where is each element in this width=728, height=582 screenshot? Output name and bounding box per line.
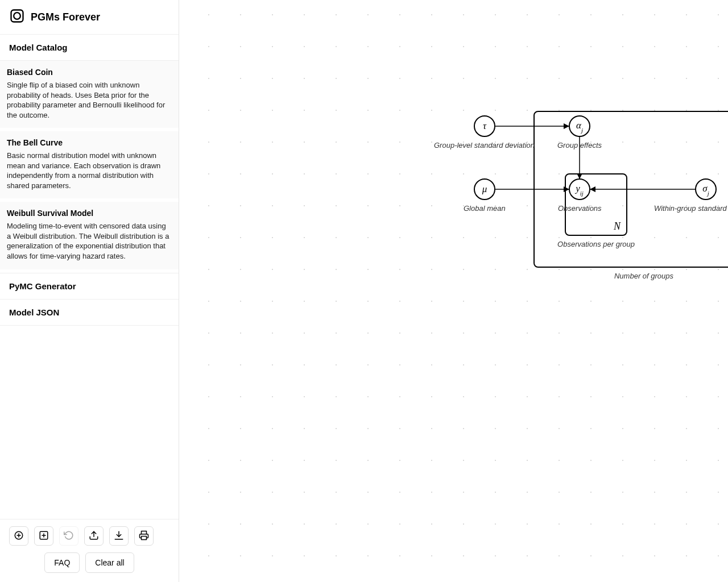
catalog-card[interactable]: Weibull Survival Model Modeling time-to-…: [0, 202, 179, 272]
logo-icon: [9, 8, 25, 26]
catalog-card-name: Weibull Survival Model: [7, 209, 172, 218]
import-button[interactable]: [109, 526, 129, 546]
node-y[interactable]: yij: [569, 178, 590, 200]
plate-caption: Number of groups: [614, 272, 673, 280]
svg-rect-11: [142, 536, 147, 539]
node-symbol: σj: [702, 183, 709, 195]
accordion-header-json[interactable]: Model JSON: [0, 300, 179, 326]
rotate-ccw-icon: [64, 530, 74, 542]
clear-all-button[interactable]: Clear all: [85, 552, 134, 573]
node-label: Within-group standard deviation: [654, 204, 728, 213]
node-label: Group-level standard deviation: [434, 141, 535, 149]
catalog-list: Biased Coin Single flip of a biased coin…: [0, 61, 179, 273]
node-label: Observations: [558, 204, 602, 213]
catalog-card-desc: Basic normal distribution model with unk…: [7, 151, 172, 190]
add-node-button[interactable]: [9, 526, 28, 546]
node-symbol: τ: [483, 120, 486, 132]
node-symbol: αj: [576, 120, 583, 132]
print-button[interactable]: [134, 526, 154, 546]
node-symbol: yij: [576, 183, 584, 195]
svg-point-1: [14, 13, 20, 19]
canvas[interactable]: JNumber of groupsNObservations per group…: [179, 0, 728, 582]
node-label: Global mean: [464, 204, 506, 213]
upload-icon: [89, 530, 99, 542]
accordion-header-pymc[interactable]: PyMC Generator: [0, 273, 179, 300]
sidebar: PGMs Forever Model Catalog Biased Coin S…: [0, 0, 179, 582]
export-button[interactable]: [84, 526, 104, 546]
canvas-wrap: JNumber of groupsNObservations per group…: [179, 0, 728, 582]
node-alpha[interactable]: αj: [569, 115, 590, 137]
square-plus-icon: [39, 530, 49, 542]
download-icon: [114, 530, 124, 542]
canvas-inner[interactable]: JNumber of groupsNObservations per group…: [179, 0, 728, 573]
svg-rect-0: [11, 10, 23, 22]
toolbar: FAQ Clear all: [0, 519, 179, 582]
node-mu[interactable]: μ: [474, 178, 495, 200]
node-label: Group effects: [557, 141, 602, 149]
catalog-card[interactable]: The Bell Curve Basic normal distribution…: [0, 131, 179, 202]
catalog-card[interactable]: Biased Coin Single flip of a biased coin…: [0, 61, 179, 131]
plate-caption: Observations per group: [557, 240, 635, 248]
accordion-header-catalog[interactable]: Model Catalog: [0, 35, 179, 61]
node-sigma[interactable]: σj: [695, 178, 717, 200]
faq-button[interactable]: FAQ: [44, 552, 80, 573]
brand: PGMs Forever: [0, 0, 179, 35]
catalog-card-name: Biased Coin: [7, 68, 172, 77]
sidebar-spacer: [0, 326, 179, 519]
reset-button: [59, 526, 78, 546]
catalog-card-desc: Modeling time-to-event with censored dat…: [7, 221, 172, 261]
add-plate-button[interactable]: [34, 526, 53, 546]
printer-icon: [139, 530, 149, 542]
app-title: PGMs Forever: [31, 11, 100, 23]
catalog-card-desc: Single flip of a biased coin with unknow…: [7, 80, 172, 120]
sidebar-accordion: Model Catalog Biased Coin Single flip of…: [0, 35, 179, 519]
catalog-body[interactable]: Biased Coin Single flip of a biased coin…: [0, 61, 179, 273]
node-symbol: μ: [482, 184, 487, 195]
plate-symbol: N: [614, 221, 621, 232]
node-tau[interactable]: τ: [474, 115, 495, 137]
edges-layer: [179, 0, 728, 573]
circle-plus-icon: [14, 530, 24, 542]
catalog-card-name: The Bell Curve: [7, 138, 172, 147]
